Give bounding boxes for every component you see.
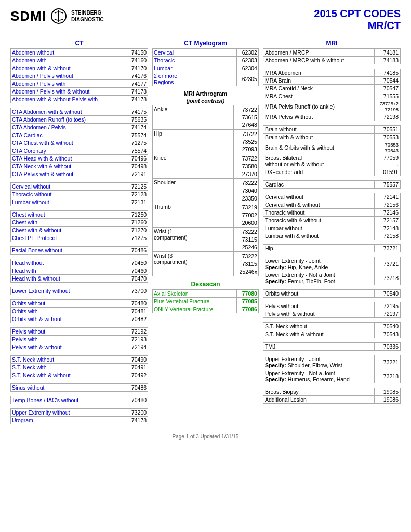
ct-group-orbits: Orbits without70480 Orbits with70481 Orb… (10, 299, 148, 323)
page-title-sub: MR/CT (314, 20, 401, 32)
columns-wrapper: CT Abdomen without74150 Abdomen with7416… (10, 39, 401, 429)
mri-group-st-neck: S.T. Neck without70540 S.T. Neck with & … (263, 322, 401, 338)
table-row: Urogram74178 (11, 417, 148, 424)
dexascan-table: Axial Skeleton 77080 Plus Vertebral Frac… (152, 289, 259, 313)
ct-group-temp-bones: Temp Bones / IAC's without70480 (10, 396, 148, 404)
table-row: Lower Extremity - Not a JointSpecify: Fe… (263, 271, 400, 285)
table-row: Abdomen with & without Pelvis with74178 (11, 96, 148, 103)
table-row: Brain & Orbits with & without 7055370543 (263, 141, 400, 154)
page-header: SDMI STEINBERG DIAGNOSTIC 2015 CPT CODES… (10, 8, 401, 32)
table-row: Brain with & without70553 (263, 134, 400, 141)
table-row: CTA Neck with & without70498 (11, 163, 148, 170)
title-area: 2015 CPT CODES MR/CT (314, 8, 401, 32)
mri-arthrogram-subtitle: (joint contrast) (152, 98, 259, 104)
mri-group-pelvis: Pelvis without72195 Pelvis with & withou… (263, 302, 401, 318)
table-row: Knee 737227358027370 (153, 154, 259, 179)
logo-icon (50, 8, 67, 24)
table-row: Cervical without72125 (11, 183, 148, 191)
table-row: S.T. Neck with70491 (11, 364, 148, 371)
table-row: ONLY Vertebral Fracture 77086 (153, 305, 259, 313)
mri-group-breast-biopsy: Breast Biopsy19085 Additional Lesion1908… (263, 388, 401, 404)
table-row: Lower Extremity without73700 (11, 287, 148, 295)
table-row: Hip 737227352527093 (153, 130, 259, 154)
table-row: CTA Pelvis with & without72191 (11, 170, 148, 178)
mri-group-cardiac: Cardiac75557 (263, 180, 401, 189)
table-row: 2 or moreRegions62305 (153, 72, 259, 86)
table-row: Pelvis with & without72194 (11, 343, 148, 351)
table-row: Wrist (3compartment) 732227311525246x (153, 252, 259, 276)
ct-title: CT (10, 39, 148, 47)
table-row: Head without70450 (11, 259, 148, 267)
table-row: Additional Lesion19086 (263, 396, 400, 404)
table-row: Hip73721 (263, 245, 400, 252)
ct-myelogram-title: CT Myelogram (152, 39, 259, 47)
table-row: MRA Pelvis Runoff (to ankle) 73725x27219… (263, 100, 400, 113)
table-row: Lumbar with & without72158 (263, 232, 400, 240)
mri-group-orbits: Orbits without70540 (263, 289, 401, 298)
mri-group-hip: Hip73721 (263, 244, 401, 252)
table-row: CTA Chest with & without71275 (11, 139, 148, 147)
table-row: Pelvis without72195 (263, 302, 400, 310)
table-row: Abdomen with74160 (11, 57, 148, 64)
ct-group-head: Head without70450 Head with70460 Head wi… (10, 259, 148, 283)
table-row: TMJ70336 (263, 343, 400, 351)
table-row: Breast Bilateralwithout or with & withou… (263, 154, 400, 168)
table-row: MRA Abdomen74185 (263, 69, 400, 77)
table-row: Cervical62302 (153, 49, 259, 57)
page-footer: Page 1 of 3 Updated 1/31/15 (10, 434, 401, 440)
table-row: Lower Extremity - JointSpecify: Hip, Kne… (263, 257, 400, 271)
ct-group-lower: Lower Extremity without73700 (10, 287, 148, 295)
table-row: Orbits with & without70482 (11, 315, 148, 323)
mri-column: MRI Abdomen / MRCP74181 Abdomen / MRCP w… (263, 39, 401, 408)
mri-group-abdomen: Abdomen / MRCP74181 Abdomen / MRCP with … (263, 48, 401, 64)
table-row: Thoracic62303 (153, 57, 259, 64)
table-row: MRA Carotid / Neck70547 (263, 85, 400, 92)
mri-arthrogram-table: Ankle 737227361527648 Hip 73722735252709… (152, 105, 259, 276)
mri-group-mra: MRA Abdomen74185 MRA Brain70544 MRA Caro… (263, 69, 401, 121)
table-row: Axial Skeleton 77080 (153, 290, 259, 298)
ct-group-1: Abdomen without74150 Abdomen with74160 A… (10, 48, 148, 103)
ct-myelogram-table: Cervical62302 Thoracic62303 Lumbar62304 … (152, 48, 259, 86)
table-row: Orbits without70540 (263, 290, 400, 298)
table-row: Head with70460 (11, 267, 148, 275)
table-row: MRA Brain70544 (263, 77, 400, 85)
table-row: Wrist (1compartment) 732227311525246 (153, 228, 259, 252)
table-row: Pelvis with72193 (11, 336, 148, 343)
table-row: Head with & without70470 (11, 275, 148, 283)
ct-group-chest: Chest without71250 Chest with71260 Chest… (10, 210, 148, 242)
table-row: Sinus without70486 (11, 384, 148, 392)
table-row: Cervical without72141 (263, 193, 400, 201)
table-row: S.T. Neck with & without70543 (263, 330, 400, 338)
ct-group-sinus: Sinus without70486 (10, 383, 148, 392)
table-row: Pelvis without72192 (11, 328, 148, 336)
table-row: Chest without71250 (11, 211, 148, 219)
ct-column: CT Abdomen without74150 Abdomen with7416… (10, 39, 148, 429)
table-row: Pelvis with & without72197 (263, 310, 400, 318)
table-row: S.T. Neck without70540 (263, 323, 400, 330)
table-row: MRA Chest71555 (263, 92, 400, 100)
mri-arthrogram-title: MRI Arthrogram (152, 90, 259, 97)
table-row: Thoracic with & without72157 (263, 217, 400, 224)
table-row: MRA Pelvis Without72198 (263, 113, 400, 121)
table-row: CTA Abdomen / Pelvis74174 (11, 124, 148, 131)
table-row: DX=cander add0159T (263, 168, 400, 176)
ct-group-upper: Upper Extremity without73200 Urogram7417… (10, 408, 148, 424)
table-row: Abdomen / Pelvis without74176 (11, 72, 148, 80)
mri-group-brain: Brain without70551 Brain with & without7… (263, 125, 401, 176)
table-row: Chest with & without71270 (11, 227, 148, 234)
table-row: Abdomen / Pelvis with74177 (11, 80, 148, 88)
table-row: Thoracic without72128 (11, 191, 148, 198)
ct-group-pelvis: Pelvis without72192 Pelvis with72193 Pel… (10, 327, 148, 351)
table-row: CTA Abdomen with & without74175 (11, 108, 148, 116)
table-row: S.T. Neck without70490 (11, 356, 148, 364)
table-row: Cardiac75557 (263, 181, 400, 189)
table-row: Plus Vertebral Fracture 77085 (153, 298, 259, 305)
table-row: Abdomen without74150 (11, 49, 148, 57)
ct-group-spine: Cervical without72125 Thoracic without72… (10, 182, 148, 206)
table-row: Lumbar62304 (153, 64, 259, 72)
mri-group-spine: Cervical without72141 Cervical with & wi… (263, 193, 401, 240)
table-row: Lumbar without72131 (11, 198, 148, 206)
logo-area: SDMI STEINBERG DIAGNOSTIC (10, 8, 104, 24)
mid-column: CT Myelogram Cervical62302 Thoracic62303… (152, 39, 259, 317)
ct-group-st-neck: S.T. Neck without70490 S.T. Neck with704… (10, 355, 148, 379)
